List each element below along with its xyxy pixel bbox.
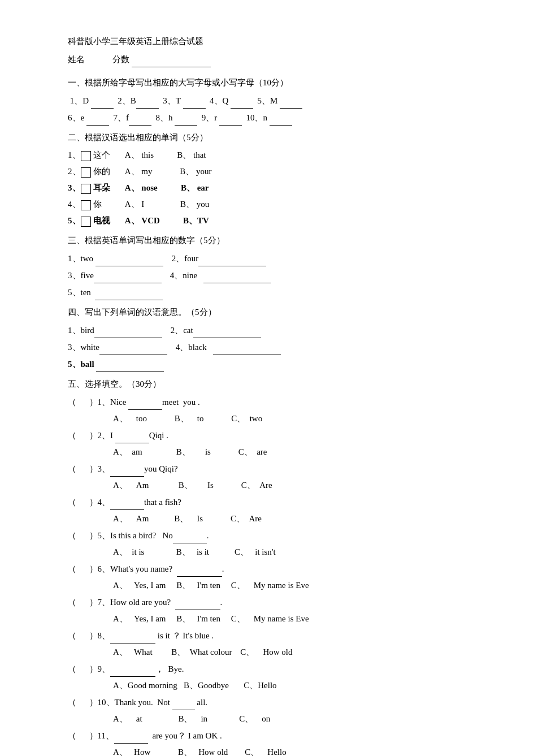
s4-row2: 3、white 4、black — [68, 339, 489, 355]
s5-q4-options: A、 Am B、 Is C、 Are — [113, 511, 489, 526]
s5-q1: （ ）1、Nice meet you . — [68, 394, 489, 410]
s4-row3: 5、ball — [68, 356, 489, 372]
s5-q2: （ ）2、I Qiqi . — [68, 427, 489, 443]
s5-q1-options: A、 too B、 to C、 two — [113, 411, 489, 426]
s5-q6-options: A、 Yes, I am B、 I'm ten C、 My name is Ev… — [113, 578, 489, 593]
section4-title: 四、写出下列单词的汉语意思。（5分） — [68, 305, 489, 320]
page-title: 科普版小学三年级英语上册综合试题 — [68, 34, 489, 49]
name-label: 姓名 — [68, 55, 85, 64]
s5-q11-options: A、 How B、 How old C、 Hello — [113, 745, 489, 756]
s5-q10-options: A、 at B、 in C、 on — [113, 711, 489, 727]
score-blank — [132, 51, 211, 67]
section1-row2: 6、e 7、f 8、h 9、r 10、n — [68, 110, 489, 126]
s5-q7: （ ）7、How old are you? . — [68, 594, 489, 610]
s2-blank4 — [81, 200, 91, 210]
name-score-line: 姓名 分数 — [68, 51, 489, 67]
section1-row1: 1、D 2、B 3、T 4、Q 5、M — [68, 93, 489, 109]
s3-row2: 3、five 4、nine — [68, 267, 489, 283]
score-label: 分数 — [112, 55, 129, 64]
s5-q6: （ ）6、What's you name? . — [68, 561, 489, 577]
s3-row3: 5、ten — [68, 284, 489, 300]
s5-q2-options: A、 am B、 is C、 are — [113, 444, 489, 460]
s5-q5: （ ）5、Is this a bird? No . — [68, 528, 489, 543]
section1-title: 一、根据所给字母写出相应的大写字母或小写字母（10分） — [68, 75, 489, 90]
s2-item2: 2、 你的 A、 my B、 your — [68, 164, 489, 179]
s2-blank5 — [81, 217, 91, 227]
s5-q8-options: A、 What B、 What colour C、 How old — [113, 645, 489, 660]
s2-blank3 — [81, 184, 91, 194]
s5-q3-options: A、 Am B、 Is C、 Are — [113, 478, 489, 493]
s2-item5: 5、 电视 A、 VCD B、TV — [68, 213, 489, 228]
s5-q11: （ ）11、 are you？ I am OK . — [68, 728, 489, 744]
s5-q7-options: A、 Yes, I am B、 I'm ten C、 My name is Ev… — [113, 611, 489, 627]
s5-q9: （ ）9、 ， Bye. — [68, 661, 489, 677]
s3-row1: 1、two 2、four — [68, 250, 489, 266]
s2-item1: 1、 这个 A、 this B、 that — [68, 148, 489, 163]
s2-item3: 3、 耳朵 A、 nose B、 ear — [68, 180, 489, 196]
s5-q9-options: A、Good morning B、Goodbye C、Hello — [113, 678, 489, 693]
s5-q5-options: A、 it is B、 is it C、 it isn't — [113, 545, 489, 560]
s5-q10: （ ）10、Thank you. Not all. — [68, 694, 489, 710]
section2-title: 二、根据汉语选出相应的单词（5分） — [68, 130, 489, 145]
s2-blank2 — [81, 167, 91, 178]
page-container: 科普版小学三年级英语上册综合试题 姓名 分数 一、根据所给字母写出相应的大写字母… — [68, 34, 489, 756]
s5-q3: （ ）3、 you Qiqi? — [68, 461, 489, 477]
s2-item4: 4、 你 A、 I B、 you — [68, 197, 489, 212]
section3-title: 三、根据英语单词写出相应的数字（5分） — [68, 233, 489, 248]
s5-q8: （ ）8、 is it ？ It's blue . — [68, 628, 489, 643]
section5-title: 五、选择填空。（30分） — [68, 377, 489, 392]
s5-q4: （ ）4、 that a fish? — [68, 494, 489, 510]
s2-blank1 — [81, 151, 91, 161]
s4-row1: 1、bird 2、cat — [68, 322, 489, 338]
